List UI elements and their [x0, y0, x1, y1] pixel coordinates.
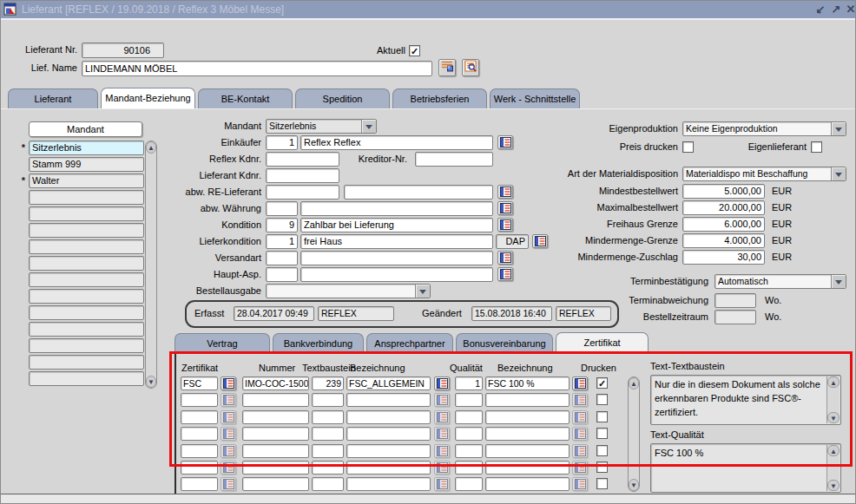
- chevron-down-icon[interactable]: [831, 122, 846, 135]
- bestellzeitraum-field[interactable]: [714, 310, 756, 324]
- materialdisposition-dropdown[interactable]: Materialdispo mit Beschaffung: [682, 167, 846, 181]
- drucken-checkbox[interactable]: ✓: [596, 377, 608, 389]
- kreditor-nr-field[interactable]: [415, 152, 493, 167]
- qualitaet-lov-button[interactable]: [572, 427, 588, 441]
- zertifikat-row-empty[interactable]: ✓: [181, 444, 610, 458]
- textbaustein-lov-button[interactable]: [434, 376, 450, 390]
- scroll-up-icon[interactable]: ▲: [827, 445, 840, 456]
- zertifikat-lov-button[interactable]: [221, 410, 236, 424]
- scroll-down-icon[interactable]: ▼: [629, 479, 639, 491]
- mindestbestellwert-field[interactable]: 5.000,00: [682, 184, 765, 199]
- mandant-list-header-button[interactable]: Mandant: [29, 121, 142, 137]
- subtab-bankverbindung[interactable]: Bankverbindung: [273, 333, 364, 353]
- subtab-bonusvereinbarung[interactable]: Bonusvereinbarung: [456, 333, 553, 353]
- zertifikat-row-empty[interactable]: ✓: [181, 393, 610, 407]
- zertifikat-lov-button[interactable]: [221, 444, 236, 458]
- mindermenge-zuschlag-field[interactable]: 30,00: [682, 250, 765, 265]
- tab-spedition[interactable]: Spedition: [295, 88, 390, 108]
- qualitaet-lov-button[interactable]: [572, 376, 588, 390]
- aktuell-checkbox[interactable]: ✓: [409, 45, 420, 56]
- chevron-down-icon[interactable]: [415, 285, 430, 298]
- bestellausgabe-dropdown[interactable]: [266, 284, 431, 298]
- mandant-list-item[interactable]: * Sitzerlebnis: [18, 141, 144, 155]
- qualitaet-field[interactable]: 1: [455, 376, 483, 390]
- restore-icon[interactable]: ↗: [829, 2, 843, 17]
- mandant-name-field[interactable]: Stamm 999: [29, 157, 144, 172]
- mandant-list-item[interactable]: * Walter: [18, 173, 144, 188]
- zertifikat-lov-button[interactable]: [221, 461, 236, 475]
- abw-waehrung-code-field[interactable]: [266, 201, 298, 216]
- text-qualitaet-scrollbar[interactable]: ▲ ▼: [826, 445, 840, 491]
- textbaustein-lov-button[interactable]: [434, 393, 450, 407]
- tab-be-kontakt[interactable]: BE-Kontakt: [198, 88, 293, 108]
- text-qualitaet-area[interactable]: FSC 100 % ▲ ▼: [650, 443, 841, 493]
- subtab-vertrag[interactable]: Vertrag: [174, 333, 270, 353]
- maximalbestellwert-field[interactable]: 20.000,00: [682, 200, 765, 215]
- tab-mandant-beziehung[interactable]: Mandant-Beziehung: [101, 88, 195, 108]
- abw-re-lieferant-name-field[interactable]: [344, 185, 493, 200]
- abw-re-lieferant-code-field[interactable]: [266, 185, 339, 200]
- versandart-code-field[interactable]: [266, 251, 298, 265]
- zertifikat-row[interactable]: FSC IMO-COC-150033 239 FSC_ALLGEMEIN 1 F…: [181, 376, 610, 390]
- kondition-code-field[interactable]: 9: [266, 218, 298, 232]
- textbaustein-lov-button[interactable]: [434, 427, 450, 441]
- abw-re-lieferant-lov-button[interactable]: [497, 185, 513, 199]
- mandant-dropdown[interactable]: Sitzerlebnis: [266, 119, 377, 134]
- nummer-field[interactable]: IMO-COC-150033: [242, 376, 309, 390]
- text-textbaustein-area[interactable]: Nur die in diesem Dokument als solche er…: [650, 375, 841, 425]
- textbaustein-lov-button[interactable]: [434, 444, 450, 458]
- einkaeufer-code-field[interactable]: 1: [266, 135, 298, 150]
- minimize-icon[interactable]: ↙: [813, 2, 827, 17]
- lieferkondition-code-field[interactable]: 1: [266, 234, 298, 249]
- scroll-down-icon[interactable]: ▼: [146, 376, 156, 388]
- zertifikat-table-scrollbar[interactable]: ▲ ▼: [628, 376, 640, 492]
- zertifikat-lov-button[interactable]: [221, 393, 236, 407]
- zertifikat-lov-button[interactable]: [221, 427, 236, 441]
- textbaustein-field[interactable]: 239: [312, 376, 344, 390]
- reflex-kdnr-field[interactable]: [266, 152, 339, 167]
- mandant-name-field[interactable]: Walter: [29, 173, 144, 188]
- tab-werk-schnittstelle[interactable]: Werk - Schnittstelle: [490, 88, 580, 108]
- kondition-lov-button[interactable]: [497, 218, 513, 232]
- drucken-checkbox[interactable]: ✓: [596, 394, 608, 405]
- versandart-name-field[interactable]: [300, 251, 493, 265]
- scroll-down-icon[interactable]: ▼: [827, 412, 840, 423]
- zertifikat-row-empty[interactable]: ✓: [181, 410, 610, 424]
- zertifikat-field[interactable]: FSC: [181, 376, 218, 390]
- einkaeufer-lov-button[interactable]: [497, 135, 513, 149]
- haupt-asp-name-field[interactable]: [300, 267, 493, 282]
- qualitaet-lov-button[interactable]: [572, 410, 588, 424]
- text-textbaustein-scrollbar[interactable]: ▲ ▼: [826, 376, 840, 423]
- scroll-up-icon[interactable]: ▲: [629, 377, 639, 389]
- terminbestaetigung-dropdown[interactable]: Automatisch: [714, 274, 846, 289]
- eigenlieferant-checkbox[interactable]: ✓: [811, 141, 822, 153]
- freihaus-grenze-field[interactable]: 6.000,00: [682, 217, 765, 232]
- chevron-down-icon[interactable]: [361, 120, 376, 133]
- qualitaet-lov-button[interactable]: [572, 393, 588, 407]
- haupt-asp-code-field[interactable]: [266, 267, 298, 282]
- subtab-ansprechpartner[interactable]: Ansprechpartner: [366, 333, 453, 353]
- drucken-checkbox[interactable]: ✓: [596, 411, 608, 422]
- subtab-zertifikat[interactable]: Zertifikat: [556, 332, 649, 354]
- versandart-lov-button[interactable]: [497, 251, 513, 265]
- textbaustein-lov-button[interactable]: [434, 461, 450, 475]
- eigenproduktion-dropdown[interactable]: Keine Eigenproduktion: [682, 121, 846, 136]
- haupt-asp-lov-button[interactable]: [497, 267, 513, 281]
- mindermenge-grenze-field[interactable]: 4.000,00: [682, 233, 765, 248]
- text-editor-button[interactable]: [438, 59, 456, 76]
- textbaustein-lov-button[interactable]: [434, 410, 450, 424]
- tab-betriebsferien[interactable]: Betriebsferien: [392, 88, 487, 108]
- qualitaet-lov-button[interactable]: [572, 477, 588, 491]
- terminabweichung-field[interactable]: [714, 293, 756, 308]
- lief-name-field[interactable]: LINDEMANN MÖBEL: [82, 61, 432, 76]
- chevron-down-icon[interactable]: [831, 275, 846, 288]
- zertifikat-lov-button[interactable]: [221, 477, 236, 491]
- zertifikat-row-empty[interactable]: ✓: [181, 427, 610, 441]
- drucken-checkbox[interactable]: ✓: [596, 478, 608, 489]
- einkaeufer-name-field[interactable]: Reflex Reflex: [300, 135, 493, 150]
- lieferant-kdnr-field[interactable]: [266, 168, 339, 183]
- mandant-list-item[interactable]: Stamm 999: [18, 157, 144, 172]
- zertifikat-row-empty[interactable]: ✓: [181, 461, 610, 475]
- scroll-up-icon[interactable]: ▲: [827, 376, 840, 388]
- preview-button[interactable]: [462, 59, 479, 76]
